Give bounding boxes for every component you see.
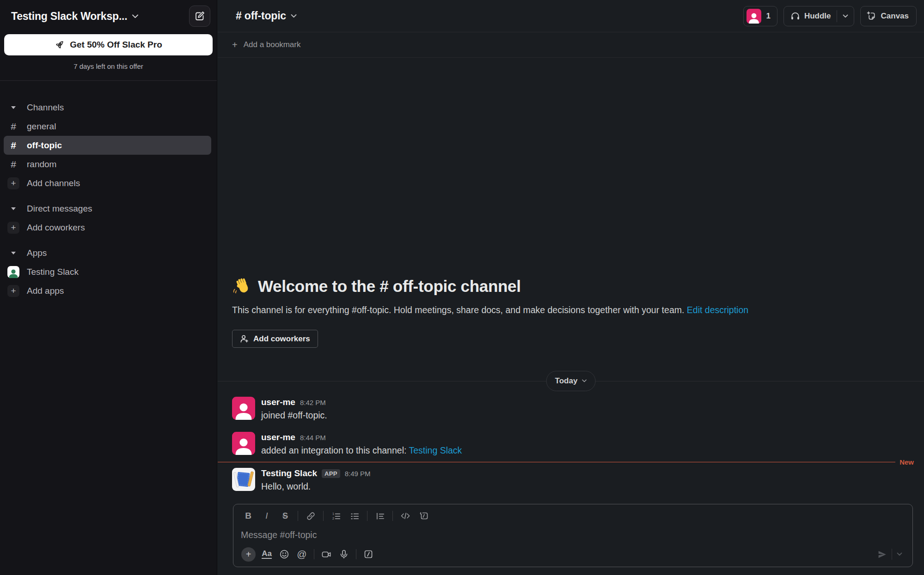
code-block-button[interactable] [415, 508, 433, 523]
ordered-list-button[interactable]: 1 2 [327, 508, 345, 523]
plus-icon: + [7, 222, 19, 234]
section-channels: Channels # general # off-topic # random … [0, 98, 217, 193]
mic-button[interactable] [335, 547, 353, 562]
hash-icon: # [7, 121, 19, 133]
code-block-icon [419, 511, 429, 521]
workspace-switcher[interactable]: Testing Slack Worksp... [8, 8, 141, 24]
canvas-icon [867, 11, 876, 21]
rocket-icon [55, 40, 65, 50]
send-button[interactable] [873, 547, 892, 562]
attach-button[interactable]: + [241, 547, 256, 562]
plus-icon: + [232, 40, 238, 50]
add-apps-button[interactable]: + Add apps [4, 281, 211, 300]
caret-down-icon [7, 102, 19, 114]
add-coworkers-button[interactable]: Add coworkers [232, 330, 318, 348]
message-timestamp[interactable]: 8:42 PM [300, 399, 326, 406]
section-label: Direct messages [27, 204, 92, 214]
sidebar-item-general[interactable]: # general [4, 117, 211, 136]
canvas-button[interactable]: Canvas [860, 6, 917, 26]
message-row[interactable]: Testing Slack APP 8:49 PM Hello, world. [218, 462, 924, 497]
message-list: Welcome to the # off-topic channel This … [218, 58, 924, 575]
sidebar-item-random[interactable]: # random [4, 155, 211, 174]
format-icon: Aa [262, 550, 272, 559]
slash-command-button[interactable] [360, 547, 377, 562]
message-timestamp[interactable]: 8:49 PM [345, 470, 371, 478]
composer-actions: + Aa [233, 544, 912, 567]
person-add-icon [240, 334, 249, 343]
ordered-list-icon: 1 2 [331, 511, 341, 521]
caret-down-icon [7, 203, 19, 215]
message-text: Hello, world. [261, 481, 371, 492]
sidebar: Testing Slack Worksp... [0, 0, 217, 575]
blockquote-button[interactable] [371, 508, 389, 523]
channel-title-button[interactable]: # off-topic [232, 8, 300, 24]
message-text: joined #off-topic. [261, 410, 327, 421]
strikethrough-button[interactable]: S [276, 508, 294, 523]
date-divider-button[interactable]: Today [546, 371, 596, 391]
message-timestamp[interactable]: 8:44 PM [300, 434, 326, 442]
headphones-icon [790, 11, 800, 21]
edit-description-link[interactable]: Edit description [687, 305, 748, 315]
message-input[interactable] [241, 527, 905, 543]
mention-icon: @ [297, 549, 306, 560]
mic-icon [339, 549, 349, 559]
message-row[interactable]: user-me 8:42 PM joined #off-topic. [218, 391, 924, 426]
section-header-apps[interactable]: Apps [4, 243, 211, 262]
add-bookmark-label: Add a bookmark [244, 40, 301, 49]
mention-button[interactable]: @ [293, 547, 311, 562]
sidebar-item-off-topic[interactable]: # off-topic [4, 136, 211, 155]
compose-icon [194, 11, 205, 22]
app-badge: APP [322, 469, 340, 478]
emoji-button[interactable] [275, 547, 293, 562]
message-author[interactable]: user-me [261, 432, 295, 442]
add-bookmark-bar[interactable]: + Add a bookmark [218, 32, 924, 58]
section-header-channels[interactable]: Channels [4, 98, 211, 117]
message-row[interactable]: user-me 8:44 PM added an integration to … [218, 426, 924, 461]
channel-name: random [27, 159, 56, 169]
italic-button[interactable]: I [257, 508, 276, 523]
slash-command-icon [363, 549, 373, 559]
send-options-button[interactable] [892, 547, 907, 562]
format-toggle-button[interactable]: Aa [258, 547, 275, 562]
upgrade-button[interactable]: Get 50% Off Slack Pro [4, 34, 213, 55]
channel-title: # off-topic [236, 10, 286, 22]
code-icon [400, 511, 410, 521]
chevron-down-icon [132, 14, 139, 18]
huddle-label: Huddle [804, 12, 831, 21]
integration-link[interactable]: Testing Slack [409, 445, 462, 455]
emoji-icon [279, 549, 289, 559]
add-channels-button[interactable]: + Add channels [4, 174, 211, 193]
plus-icon: + [7, 285, 19, 297]
welcome-description: This channel is for everything #off-topi… [232, 304, 910, 316]
canvas-label: Canvas [881, 12, 909, 21]
link-button[interactable] [301, 508, 320, 523]
chevron-down-icon [291, 14, 297, 18]
add-coworkers-sidebar-button[interactable]: + Add coworkers [4, 218, 211, 237]
section-direct-messages: Direct messages + Add coworkers [0, 199, 217, 237]
sidebar-item-testing-slack-app[interactable]: Testing Slack [4, 262, 211, 281]
code-button[interactable] [396, 508, 415, 523]
message-author[interactable]: Testing Slack [261, 468, 317, 478]
app-avatar-icon [7, 266, 19, 278]
section-header-direct-messages[interactable]: Direct messages [4, 199, 211, 218]
bullet-list-button[interactable] [345, 508, 364, 523]
new-message-button[interactable] [189, 6, 210, 27]
message-author[interactable]: user-me [261, 397, 295, 407]
huddle-options-button[interactable] [837, 6, 854, 26]
video-icon [321, 549, 332, 560]
section-label: Apps [27, 248, 47, 258]
message-text: added an integration to this channel: Te… [261, 445, 462, 456]
svg-text:2: 2 [332, 517, 334, 521]
huddle-button[interactable]: Huddle [784, 6, 837, 26]
send-area [873, 547, 907, 562]
bullet-list-icon [350, 511, 360, 521]
hash-icon: # [7, 158, 19, 170]
bold-button[interactable]: B [239, 508, 257, 523]
channel-header: # off-topic 1 [218, 0, 924, 32]
promo-note: 7 days left on this offer [4, 62, 213, 70]
video-button[interactable] [318, 547, 335, 562]
header-actions: 1 Huddle [743, 6, 917, 26]
link-icon [306, 511, 316, 521]
user-avatar-icon [232, 397, 255, 420]
members-button[interactable]: 1 [743, 6, 777, 26]
